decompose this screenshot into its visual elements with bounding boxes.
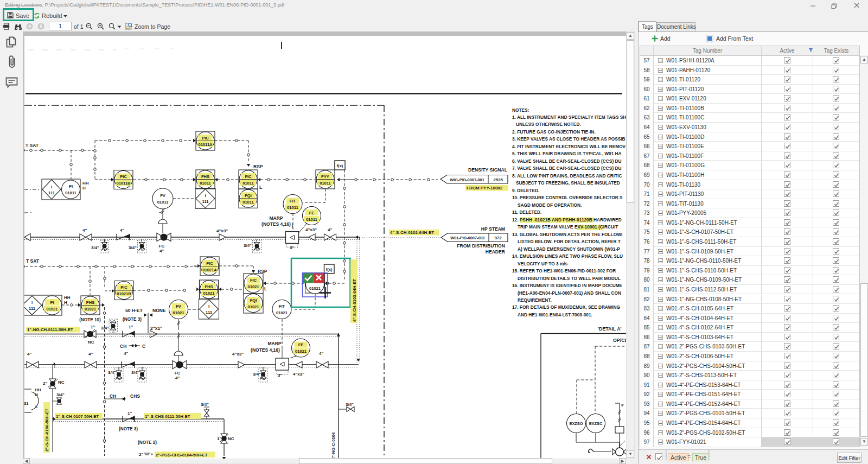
svg-text:FYY: FYY [321,174,329,179]
svg-text:4"x3": 4"x3" [232,352,244,357]
svg-text:3": 3" [290,245,294,250]
svg-text:NC: NC [58,380,65,385]
svg-text:4": 4" [82,228,87,233]
svg-text:NC: NC [228,436,234,441]
svg-text:01021: 01021 [247,304,259,309]
svg-text:PI: PI [69,184,73,189]
svg-text:1. ALL INSTRUMENT AND SPECIALT: 1. ALL INSTRUMENT AND SPECIALTY ITEM TAG… [512,115,626,120]
svg-text:f(x): f(x) [326,267,333,272]
svg-text:111: 111 [29,306,36,311]
svg-text:4": 4" [124,351,128,356]
svg-text:16. INSTRUMENT IS IDENTIFIED I: 16. INSTRUMENT IS IDENTIFIED IN MARP DOC… [512,283,623,288]
svg-text:EXZSO: EXZSO [569,421,583,426]
svg-text:L: L [264,286,267,291]
svg-text:SAGD MODE OF OPERATION.: SAGD MODE OF OPERATION. [518,202,582,208]
svg-text:10. PRESSURE CONTROL OVERRIDE: 10. PRESSURE CONTROL OVERRIDE SELECTOR S [512,195,623,200]
svg-text:13. GLOBAL SHUTDOWN ACTS PER T: 13. GLOBAL SHUTDOWN ACTS PER THE FOLLOWI [512,232,622,237]
svg-text:4"x3": 4"x3" [305,227,317,232]
svg-text:DISTRIBUTION DETAILS TO WELL P: DISTRIBUTION DETAILS TO WELL PAIR MODUL [518,276,621,281]
svg-text:FIT: FIT [290,199,296,204]
svg-text:3/4": 3/4" [253,372,261,377]
svg-text:L: L [35,404,38,409]
svg-text:111: 111 [206,310,213,315]
svg-text:2": 2" [139,452,143,457]
svg-text:01021: 01021 [247,284,259,289]
svg-text:3/4": 3/4" [108,370,116,375]
svg-text:6. VALVE SHALL BE CAR-SEAL-CLO: 6. VALVE SHALL BE CAR-SEAL-CLOSED (CCS) … [512,158,621,164]
svg-text:3/4": 3/4" [101,326,109,330]
svg-text:#: # [621,403,624,408]
svg-text:FE: FE [309,211,315,215]
svg-text:8. ALL LOW PINT DRAINS, DEADLE: 8. ALL LOW PINT DRAINS, DEADLEGS AND CRI… [512,173,622,179]
svg-text:FQI: FQI [250,298,257,303]
svg-text:HEADER: HEADER [486,249,506,255]
svg-text:NONE: NONE [152,308,166,313]
svg-text:HH: HH [35,387,41,392]
svg-text:3. KEEP VALVES AS CLOSE TO HEA: 3. KEEP VALVES AS CLOSE TO HEADER AS POS… [512,136,626,142]
svg-text:2"-S-CH-0106-50H-ET: 2"-S-CH-0106-50H-ET [44,409,49,452]
svg-text:MARP: MARP [267,341,281,346]
svg-text:15. REFER TO HE1-W01-EN06-PID-: 15. REFER TO HE1-W01-EN06-PID-0011-002 F… [512,268,616,274]
svg-text:H: H [82,186,86,190]
svg-text:2"-NG-C-0106: 2"-NG-C-0106 [331,432,336,459]
svg-text:31: 31 [24,401,29,406]
svg-text:FIC: FIC [250,278,257,283]
svg-text:(HE1-A00-EN04-PLN-0007-001) AN: (HE1-A00-EN04-PLN-0007-001) AND SHALL CO… [518,290,621,296]
svg-text:01021B: 01021B [117,291,131,296]
svg-text:9. DELETED.: 9. DELETED. [512,188,539,193]
svg-text:NOTES:: NOTES: [512,107,529,113]
svg-text:REQUIREMENT.: REQUIREMENT. [518,297,552,303]
svg-text:f(x): f(x) [337,163,343,168]
svg-text:1": 1" [91,325,95,329]
svg-text:MARP: MARP [269,215,283,221]
svg-text:RSP: RSP [253,164,263,169]
svg-text:FV: FV [176,304,182,309]
svg-text:4"-S-CH-0102-64H-ET: 4"-S-CH-0102-64H-ET [390,230,434,235]
svg-text:3/4": 3/4" [129,245,137,250]
svg-text:I: I [51,185,52,189]
svg-text:NC: NC [88,340,94,345]
svg-text:1"-S-CHS-0111-50H-ET: 1"-S-CHS-0111-50H-ET [145,414,190,419]
svg-text:3/4": 3/4" [346,402,354,407]
svg-text:DENSITY SIGNAL: DENSITY SIGNAL [468,167,507,173]
svg-text:01021: 01021 [309,286,321,291]
svg-text:I: I [31,300,33,305]
svg-text:111: 111 [48,190,55,195]
svg-text:111: 111 [202,199,209,204]
svg-text:3/4": 3/4" [201,402,209,407]
svg-text:3/4": 3/4" [131,370,139,375]
svg-text:3/4": 3/4" [91,245,99,250]
svg-text:CHS: CHS [130,393,140,399]
svg-text:W01-PID-0007-001: W01-PID-0007-001 [450,177,484,182]
svg-text:UNLESS OTHERWISE NOTED.: UNLESS OTHERWISE NOTED. [516,122,581,127]
svg-text:2"-PGS-CHS-0104-50H-ET: 2"-PGS-CHS-0104-50H-ET [156,453,208,457]
svg-text:PIC: PIC [202,136,209,141]
svg-text:01011: 01011 [287,205,298,210]
svg-text:1"-S-CH-0107-50H-ET: 1"-S-CH-0107-50H-ET [56,414,99,419]
svg-text:01021: 01021 [173,310,184,315]
svg-text:4": 4" [120,228,124,233]
svg-text:12. PSHH -01021B AND PSHH-0112: 12. PSHH -01021B AND PSHH-01120B HARDWIR… [512,217,622,223]
svg-text:01021: 01021 [85,307,97,312]
svg-text:01011: 01011 [242,200,254,205]
svg-text:LISTED BELOW. FOR DETAIL ACTIO: LISTED BELOW. FOR DETAIL ACTION, REFER T [518,239,621,244]
svg-text:A) WELLPAD EMERGENCY SHUTDOWN: A) WELLPAD EMERGENCY SHUTDOWN (W01-P [518,246,620,252]
svg-text:C: C [142,344,145,349]
svg-text:4": 4" [88,352,93,357]
svg-text:4"x3": 4"x3" [216,228,228,233]
svg-text:VELOCITY UP TO 3 m/s: VELOCITY UP TO 3 m/s [518,261,568,266]
svg-text:2535: 2535 [493,177,503,182]
svg-text:4": 4" [328,227,332,232]
svg-text:AND HE1-W01-EN04-LST-7003-001.: AND HE1-W01-EN04-LST-7003-001. [518,312,592,317]
svg-text:01011: 01011 [306,217,317,222]
svg-text:1": 1" [217,436,221,441]
svg-text:01021: 01021 [276,310,288,315]
svg-text:4": 4" [159,249,164,253]
svg-text:01011: 01011 [320,181,331,186]
svg-text:4"-S-CH-0103-64H-ET: 4"-S-CH-0103-64H-ET [352,279,357,322]
svg-text:'DETAIL A': 'DETAIL A' [598,326,622,332]
svg-text:4": 4" [319,351,323,356]
svg-text:EXZSC: EXZSC [589,421,603,426]
svg-text:CH: CH [120,344,126,349]
svg-text:HH: HH [64,295,71,300]
